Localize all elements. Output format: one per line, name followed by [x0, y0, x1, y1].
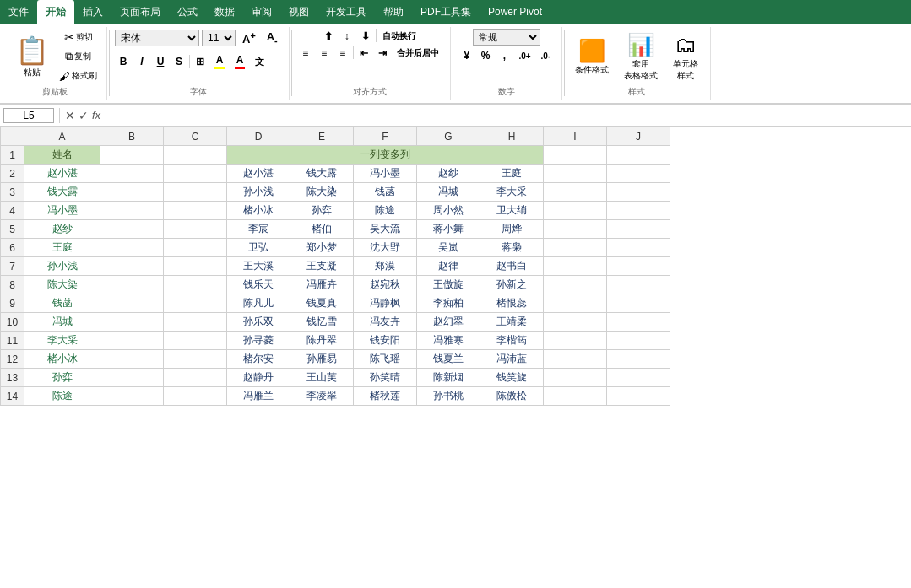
font-color-button[interactable]: A	[230, 52, 249, 71]
tab-home[interactable]: 开始	[37, 0, 74, 24]
row-header-7[interactable]: 7	[1, 257, 24, 276]
cell-7-8[interactable]	[544, 257, 607, 276]
align-bottom-button[interactable]: ⬇	[357, 29, 374, 44]
cell-14-6[interactable]: 孙书桃	[417, 387, 480, 406]
col-header-h[interactable]: H	[480, 127, 544, 146]
decrease-font-button[interactable]: A-	[263, 29, 282, 47]
cell-13-9[interactable]	[607, 369, 670, 387]
cell-1-0[interactable]: 姓名	[24, 146, 100, 165]
cell-2-2[interactable]	[164, 165, 227, 183]
cell-8-5[interactable]: 赵宛秋	[354, 276, 417, 294]
cell-6-5[interactable]: 沈大野	[354, 239, 417, 257]
cell-8-7[interactable]: 孙新之	[480, 276, 544, 294]
cell-1-1[interactable]	[100, 146, 164, 165]
cell-13-3[interactable]: 赵静丹	[227, 369, 290, 387]
align-center-button[interactable]: ≡	[316, 46, 333, 61]
paste-button[interactable]: 📋 粘贴	[10, 33, 54, 80]
cell-6-0[interactable]: 王庭	[24, 239, 100, 257]
cell-13-2[interactable]	[164, 369, 227, 387]
cell-5-7[interactable]: 周烨	[480, 220, 544, 239]
row-header-10[interactable]: 10	[1, 313, 24, 332]
cell-5-3[interactable]: 李宸	[227, 220, 290, 239]
strikethrough-button[interactable]: S	[171, 54, 187, 69]
cell-14-5[interactable]: 楮秋莲	[354, 387, 417, 406]
decrease-decimal-button[interactable]: .0-	[537, 50, 556, 62]
increase-decimal-button[interactable]: .0+	[514, 50, 534, 62]
cell-11-2[interactable]	[164, 332, 227, 350]
cell-11-1[interactable]	[100, 332, 164, 350]
cell-1-2[interactable]	[164, 146, 227, 165]
cell-13-1[interactable]	[100, 369, 164, 387]
row-header-9[interactable]: 9	[1, 294, 24, 313]
cell-13-6[interactable]: 陈新烟	[417, 369, 480, 387]
cell-9-1[interactable]	[100, 294, 164, 313]
cell-3-0[interactable]: 钱大露	[24, 183, 100, 202]
cell-4-1[interactable]	[100, 202, 164, 220]
cell-4-3[interactable]: 楮小冰	[227, 202, 290, 220]
cell-5-8[interactable]	[544, 220, 607, 239]
row-header-2[interactable]: 2	[1, 165, 24, 183]
confirm-formula-icon[interactable]: ✓	[79, 109, 89, 122]
cell-11-4[interactable]: 陈丹翠	[290, 332, 354, 350]
cell-8-0[interactable]: 陈大染	[24, 276, 100, 294]
bold-button[interactable]: B	[115, 54, 132, 69]
italic-button[interactable]: I	[133, 54, 150, 69]
cell-4-2[interactable]	[164, 202, 227, 220]
cell-6-4[interactable]: 郑小梦	[290, 239, 354, 257]
cell-4-9[interactable]	[607, 202, 670, 220]
col-header-a[interactable]: A	[24, 127, 100, 146]
row-header-5[interactable]: 5	[1, 220, 24, 239]
cell-1-8[interactable]	[544, 146, 607, 165]
cell-6-1[interactable]	[100, 239, 164, 257]
cell-12-1[interactable]	[100, 350, 164, 369]
align-left-button[interactable]: ≡	[297, 46, 314, 61]
cell-9-2[interactable]	[164, 294, 227, 313]
cell-5-6[interactable]: 蒋小舞	[417, 220, 480, 239]
cell-10-2[interactable]	[164, 313, 227, 332]
cell-3-8[interactable]	[544, 183, 607, 202]
cell-3-9[interactable]	[607, 183, 670, 202]
cell-12-2[interactable]	[164, 350, 227, 369]
cell-6-2[interactable]	[164, 239, 227, 257]
cell-12-4[interactable]: 孙雁易	[290, 350, 354, 369]
cell-3-1[interactable]	[100, 183, 164, 202]
increase-font-button[interactable]: A+	[238, 29, 260, 47]
col-header-c[interactable]: C	[164, 127, 227, 146]
cell-4-4[interactable]: 孙弈	[290, 202, 354, 220]
copy-button[interactable]: ⧉ 复制	[57, 48, 100, 65]
row-header-6[interactable]: 6	[1, 239, 24, 257]
border-button[interactable]: ⊞	[192, 54, 209, 69]
cell-9-9[interactable]	[607, 294, 670, 313]
col-header-b[interactable]: B	[100, 127, 164, 146]
align-right-button[interactable]: ≡	[334, 46, 351, 61]
cell-12-0[interactable]: 楮小冰	[24, 350, 100, 369]
font-family-select[interactable]: 宋体	[115, 30, 199, 46]
cell-2-5[interactable]: 冯小墨	[354, 165, 417, 183]
tab-help[interactable]: 帮助	[375, 0, 412, 24]
cancel-formula-icon[interactable]: ✕	[65, 109, 75, 122]
font-size-select[interactable]: 11	[202, 30, 236, 46]
cell-6-9[interactable]	[607, 239, 670, 257]
cell-7-5[interactable]: 郑漠	[354, 257, 417, 276]
cell-11-8[interactable]	[544, 332, 607, 350]
cell-2-4[interactable]: 钱大露	[290, 165, 354, 183]
tab-insert[interactable]: 插入	[74, 0, 111, 24]
cell-10-7[interactable]: 王靖柔	[480, 313, 544, 332]
col-header-g[interactable]: G	[417, 127, 480, 146]
cell-11-3[interactable]: 孙寻菱	[227, 332, 290, 350]
cell-12-9[interactable]	[607, 350, 670, 369]
tab-page-layout[interactable]: 页面布局	[111, 0, 169, 24]
cell-4-6[interactable]: 周小然	[417, 202, 480, 220]
comma-button[interactable]: ,	[496, 48, 512, 63]
row-header-4[interactable]: 4	[1, 202, 24, 220]
indent-dec-button[interactable]: ⇤	[355, 46, 372, 61]
cell-10-5[interactable]: 冯友卉	[354, 313, 417, 332]
cell-3-3[interactable]: 孙小浅	[227, 183, 290, 202]
table-style-button[interactable]: 📊 套用 表格格式	[619, 30, 663, 84]
cell-1-3[interactable]: 一列变多列	[227, 146, 544, 165]
cell-14-9[interactable]	[607, 387, 670, 406]
cell-14-8[interactable]	[544, 387, 607, 406]
col-header-j[interactable]: J	[607, 127, 670, 146]
cell-8-2[interactable]	[164, 276, 227, 294]
cell-11-7[interactable]: 李楷筠	[480, 332, 544, 350]
